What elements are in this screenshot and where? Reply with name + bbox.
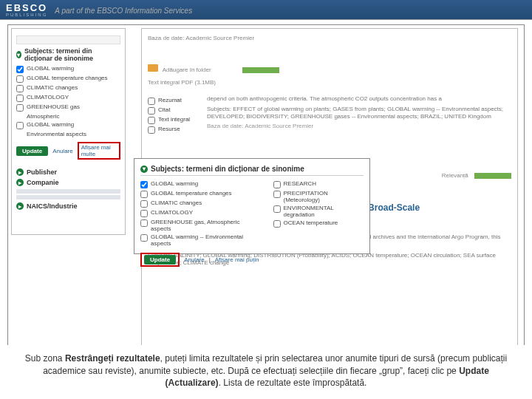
- popup-cb[interactable]: [273, 220, 281, 228]
- popup-cb[interactable]: [140, 191, 148, 198]
- chevron-icon: ▸: [16, 168, 24, 176]
- popup-cb[interactable]: [273, 205, 281, 213]
- blur-line: [16, 195, 120, 200]
- blur-bar: [16, 35, 120, 44]
- logo: EBSCO PUBLISHING: [6, 3, 47, 17]
- facet-cb[interactable]: [16, 95, 24, 102]
- screenshot-canvas: Baza de date: Academic Source Premier Ad…: [7, 24, 525, 351]
- facet-companie[interactable]: ▸ Companie: [16, 179, 120, 186]
- popup-update-button[interactable]: Update: [144, 255, 176, 265]
- caption-bold: Restrângeți rezultatele: [65, 353, 160, 364]
- db-label: Baza de date: Academic Source Premier: [148, 35, 511, 42]
- chevron-icon: ▸: [16, 202, 24, 210]
- show-more-link[interactable]: Afișare mai multe: [78, 142, 120, 160]
- article-db: Baza de date: Academic Source Premier: [207, 123, 511, 130]
- sidebar-facets: ▾ Subjects: termeni din dicționar de sin…: [11, 28, 126, 235]
- facet-cb[interactable]: [16, 122, 24, 129]
- blur-line: [16, 189, 120, 194]
- popup-cb[interactable]: [140, 234, 148, 242]
- filter-cb[interactable]: [148, 126, 155, 134]
- logo-subtext: PUBLISHING: [6, 13, 47, 17]
- popup-cb[interactable]: [140, 181, 148, 188]
- cancel-link[interactable]: Anulare: [52, 148, 73, 154]
- filter-cb[interactable]: [148, 117, 155, 124]
- popup-cb[interactable]: [140, 210, 148, 217]
- article-desc: depend on both anthropogenic criteria. T…: [207, 95, 511, 103]
- app-header: EBSCO PUBLISHING A part of the EBSCO Inf…: [0, 0, 532, 19]
- caption: Sub zona Restrângeți rezultatele, puteți…: [0, 345, 532, 399]
- filter-cb[interactable]: [148, 98, 155, 105]
- facet-cb[interactable]: [16, 75, 24, 83]
- chevron-icon: ▸: [16, 179, 24, 186]
- popup-cancel-link[interactable]: Anulare: [184, 256, 205, 263]
- folder-icon: [148, 64, 158, 72]
- popup-title: ▾ Subjects: termeni din dicționar de sin…: [140, 165, 364, 176]
- relevance-bar: [474, 173, 511, 179]
- chevron-down-icon: ▾: [16, 51, 21, 58]
- facet-cb[interactable]: [16, 66, 24, 73]
- divider: [0, 19, 532, 20]
- facet-cb[interactable]: [16, 85, 24, 92]
- filter-cb[interactable]: [148, 107, 155, 115]
- facet-title[interactable]: ▾ Subjects: termeni din dicționar de sin…: [16, 47, 120, 62]
- tagline: A part of the EBSCO Information Services: [55, 7, 192, 15]
- popup-cb[interactable]: [140, 200, 148, 208]
- facet-index[interactable]: ▸ NAICS/Industrie: [16, 202, 120, 210]
- thesaurus-popup: ▾ Subjects: termeni din dicționar de sin…: [134, 158, 370, 254]
- add-folder-link[interactable]: Adăugare în folder: [163, 66, 211, 73]
- fulltext-link[interactable]: Text integral PDF (3.1MB): [148, 79, 511, 86]
- popup-cb[interactable]: [273, 191, 281, 198]
- facet-cb[interactable]: [16, 104, 24, 112]
- article-subjects: Subjects: EFFECT of global warming on pl…: [207, 106, 511, 121]
- relevance-label: Relevanță: [442, 172, 468, 179]
- highlight-bar: [242, 67, 279, 73]
- facet-publisher[interactable]: ▸ Publisher: [16, 168, 120, 176]
- logo-text: EBSCO: [6, 3, 47, 13]
- popup-fewer-link[interactable]: Afișare mai puțin: [215, 256, 259, 263]
- popup-cb[interactable]: [140, 219, 148, 227]
- popup-cb[interactable]: [273, 181, 281, 188]
- update-button[interactable]: Update: [16, 146, 48, 156]
- chevron-down-icon: ▾: [140, 166, 148, 173]
